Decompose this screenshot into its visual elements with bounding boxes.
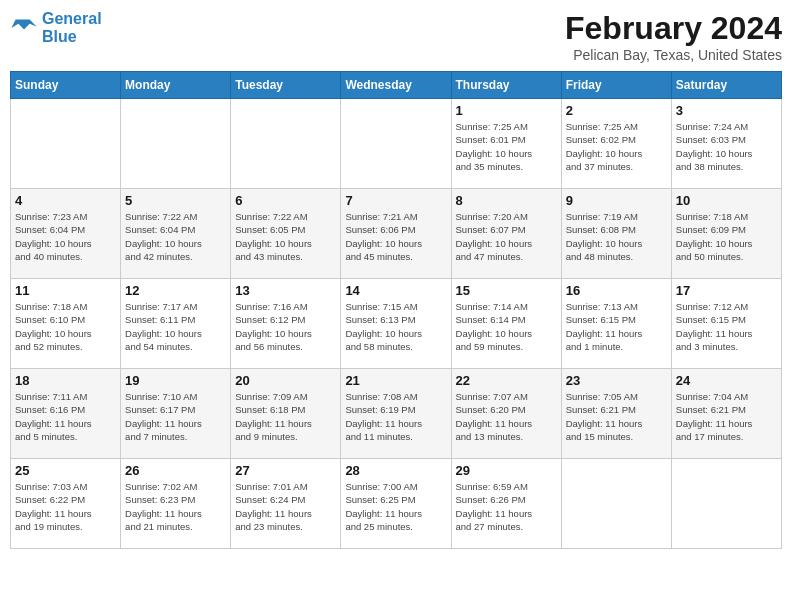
day-info: Sunrise: 7:13 AM Sunset: 6:15 PM Dayligh… — [566, 300, 667, 353]
day-number: 24 — [676, 373, 777, 388]
calendar-header-row: SundayMondayTuesdayWednesdayThursdayFrid… — [11, 72, 782, 99]
day-info: Sunrise: 7:00 AM Sunset: 6:25 PM Dayligh… — [345, 480, 446, 533]
day-number: 10 — [676, 193, 777, 208]
calendar-cell: 26Sunrise: 7:02 AM Sunset: 6:23 PM Dayli… — [121, 459, 231, 549]
day-number: 5 — [125, 193, 226, 208]
calendar-cell: 24Sunrise: 7:04 AM Sunset: 6:21 PM Dayli… — [671, 369, 781, 459]
calendar-cell: 3Sunrise: 7:24 AM Sunset: 6:03 PM Daylig… — [671, 99, 781, 189]
day-number: 15 — [456, 283, 557, 298]
day-of-week-header: Friday — [561, 72, 671, 99]
day-number: 12 — [125, 283, 226, 298]
day-of-week-header: Thursday — [451, 72, 561, 99]
logo-text: General Blue — [42, 10, 102, 45]
main-title: February 2024 — [565, 10, 782, 47]
day-info: Sunrise: 6:59 AM Sunset: 6:26 PM Dayligh… — [456, 480, 557, 533]
day-info: Sunrise: 7:11 AM Sunset: 6:16 PM Dayligh… — [15, 390, 116, 443]
calendar-cell: 6Sunrise: 7:22 AM Sunset: 6:05 PM Daylig… — [231, 189, 341, 279]
calendar-cell: 14Sunrise: 7:15 AM Sunset: 6:13 PM Dayli… — [341, 279, 451, 369]
day-info: Sunrise: 7:10 AM Sunset: 6:17 PM Dayligh… — [125, 390, 226, 443]
day-number: 26 — [125, 463, 226, 478]
day-of-week-header: Sunday — [11, 72, 121, 99]
calendar-cell — [231, 99, 341, 189]
calendar-cell — [561, 459, 671, 549]
day-info: Sunrise: 7:12 AM Sunset: 6:15 PM Dayligh… — [676, 300, 777, 353]
day-info: Sunrise: 7:14 AM Sunset: 6:14 PM Dayligh… — [456, 300, 557, 353]
calendar-cell: 20Sunrise: 7:09 AM Sunset: 6:18 PM Dayli… — [231, 369, 341, 459]
day-info: Sunrise: 7:25 AM Sunset: 6:02 PM Dayligh… — [566, 120, 667, 173]
calendar-week-row: 25Sunrise: 7:03 AM Sunset: 6:22 PM Dayli… — [11, 459, 782, 549]
day-number: 20 — [235, 373, 336, 388]
header: General Blue February 2024 Pelican Bay, … — [10, 10, 782, 63]
day-info: Sunrise: 7:22 AM Sunset: 6:05 PM Dayligh… — [235, 210, 336, 263]
day-info: Sunrise: 7:18 AM Sunset: 6:10 PM Dayligh… — [15, 300, 116, 353]
calendar-cell: 13Sunrise: 7:16 AM Sunset: 6:12 PM Dayli… — [231, 279, 341, 369]
day-number: 4 — [15, 193, 116, 208]
calendar-cell: 1Sunrise: 7:25 AM Sunset: 6:01 PM Daylig… — [451, 99, 561, 189]
calendar-cell: 28Sunrise: 7:00 AM Sunset: 6:25 PM Dayli… — [341, 459, 451, 549]
calendar-cell: 21Sunrise: 7:08 AM Sunset: 6:19 PM Dayli… — [341, 369, 451, 459]
day-number: 23 — [566, 373, 667, 388]
day-number: 18 — [15, 373, 116, 388]
subtitle: Pelican Bay, Texas, United States — [565, 47, 782, 63]
day-info: Sunrise: 7:22 AM Sunset: 6:04 PM Dayligh… — [125, 210, 226, 263]
calendar-cell: 23Sunrise: 7:05 AM Sunset: 6:21 PM Dayli… — [561, 369, 671, 459]
day-number: 17 — [676, 283, 777, 298]
calendar-cell — [341, 99, 451, 189]
title-area: February 2024 Pelican Bay, Texas, United… — [565, 10, 782, 63]
day-number: 19 — [125, 373, 226, 388]
calendar-cell — [11, 99, 121, 189]
calendar-week-row: 18Sunrise: 7:11 AM Sunset: 6:16 PM Dayli… — [11, 369, 782, 459]
day-number: 27 — [235, 463, 336, 478]
calendar-cell: 5Sunrise: 7:22 AM Sunset: 6:04 PM Daylig… — [121, 189, 231, 279]
day-info: Sunrise: 7:19 AM Sunset: 6:08 PM Dayligh… — [566, 210, 667, 263]
day-info: Sunrise: 7:07 AM Sunset: 6:20 PM Dayligh… — [456, 390, 557, 443]
calendar-cell: 27Sunrise: 7:01 AM Sunset: 6:24 PM Dayli… — [231, 459, 341, 549]
day-number: 3 — [676, 103, 777, 118]
day-info: Sunrise: 7:08 AM Sunset: 6:19 PM Dayligh… — [345, 390, 446, 443]
day-info: Sunrise: 7:03 AM Sunset: 6:22 PM Dayligh… — [15, 480, 116, 533]
calendar-week-row: 1Sunrise: 7:25 AM Sunset: 6:01 PM Daylig… — [11, 99, 782, 189]
day-number: 11 — [15, 283, 116, 298]
calendar-cell: 2Sunrise: 7:25 AM Sunset: 6:02 PM Daylig… — [561, 99, 671, 189]
calendar-cell: 16Sunrise: 7:13 AM Sunset: 6:15 PM Dayli… — [561, 279, 671, 369]
calendar-cell — [121, 99, 231, 189]
logo-icon — [10, 14, 38, 42]
calendar-week-row: 11Sunrise: 7:18 AM Sunset: 6:10 PM Dayli… — [11, 279, 782, 369]
day-info: Sunrise: 7:25 AM Sunset: 6:01 PM Dayligh… — [456, 120, 557, 173]
calendar-cell: 8Sunrise: 7:20 AM Sunset: 6:07 PM Daylig… — [451, 189, 561, 279]
calendar-cell: 17Sunrise: 7:12 AM Sunset: 6:15 PM Dayli… — [671, 279, 781, 369]
day-info: Sunrise: 7:01 AM Sunset: 6:24 PM Dayligh… — [235, 480, 336, 533]
day-info: Sunrise: 7:02 AM Sunset: 6:23 PM Dayligh… — [125, 480, 226, 533]
calendar-cell: 4Sunrise: 7:23 AM Sunset: 6:04 PM Daylig… — [11, 189, 121, 279]
day-info: Sunrise: 7:16 AM Sunset: 6:12 PM Dayligh… — [235, 300, 336, 353]
day-number: 2 — [566, 103, 667, 118]
day-number: 1 — [456, 103, 557, 118]
calendar-cell: 10Sunrise: 7:18 AM Sunset: 6:09 PM Dayli… — [671, 189, 781, 279]
calendar-table: SundayMondayTuesdayWednesdayThursdayFrid… — [10, 71, 782, 549]
day-info: Sunrise: 7:18 AM Sunset: 6:09 PM Dayligh… — [676, 210, 777, 263]
calendar-cell: 11Sunrise: 7:18 AM Sunset: 6:10 PM Dayli… — [11, 279, 121, 369]
day-number: 14 — [345, 283, 446, 298]
day-info: Sunrise: 7:09 AM Sunset: 6:18 PM Dayligh… — [235, 390, 336, 443]
day-info: Sunrise: 7:05 AM Sunset: 6:21 PM Dayligh… — [566, 390, 667, 443]
day-number: 8 — [456, 193, 557, 208]
calendar-cell — [671, 459, 781, 549]
day-number: 16 — [566, 283, 667, 298]
day-number: 25 — [15, 463, 116, 478]
calendar-cell: 7Sunrise: 7:21 AM Sunset: 6:06 PM Daylig… — [341, 189, 451, 279]
day-of-week-header: Monday — [121, 72, 231, 99]
day-number: 21 — [345, 373, 446, 388]
calendar-cell: 9Sunrise: 7:19 AM Sunset: 6:08 PM Daylig… — [561, 189, 671, 279]
calendar-week-row: 4Sunrise: 7:23 AM Sunset: 6:04 PM Daylig… — [11, 189, 782, 279]
day-number: 6 — [235, 193, 336, 208]
day-number: 22 — [456, 373, 557, 388]
calendar-body: 1Sunrise: 7:25 AM Sunset: 6:01 PM Daylig… — [11, 99, 782, 549]
calendar-cell: 22Sunrise: 7:07 AM Sunset: 6:20 PM Dayli… — [451, 369, 561, 459]
day-info: Sunrise: 7:04 AM Sunset: 6:21 PM Dayligh… — [676, 390, 777, 443]
day-info: Sunrise: 7:23 AM Sunset: 6:04 PM Dayligh… — [15, 210, 116, 263]
calendar-cell: 12Sunrise: 7:17 AM Sunset: 6:11 PM Dayli… — [121, 279, 231, 369]
day-of-week-header: Wednesday — [341, 72, 451, 99]
day-number: 9 — [566, 193, 667, 208]
calendar-cell: 29Sunrise: 6:59 AM Sunset: 6:26 PM Dayli… — [451, 459, 561, 549]
day-info: Sunrise: 7:15 AM Sunset: 6:13 PM Dayligh… — [345, 300, 446, 353]
